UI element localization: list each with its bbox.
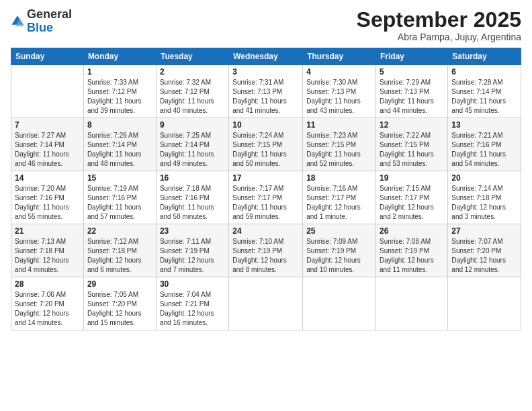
day-number: 27 (451, 226, 517, 236)
day-info: Sunrise: 7:15 AMSunset: 7:17 PMDaylight:… (380, 184, 444, 222)
table-row: 22Sunrise: 7:12 AMSunset: 7:18 PMDayligh… (83, 224, 156, 277)
calendar-week-1: 1Sunrise: 7:33 AMSunset: 7:12 PMDaylight… (11, 65, 521, 118)
page: General Blue September 2025 Abra Pampa, … (0, 0, 532, 411)
day-info: Sunrise: 7:13 AMSunset: 7:18 PMDaylight:… (15, 237, 80, 275)
day-number: 7 (15, 120, 80, 130)
table-row: 17Sunrise: 7:17 AMSunset: 7:17 PMDayligh… (229, 171, 303, 224)
day-number: 20 (451, 173, 517, 183)
day-number: 14 (15, 173, 80, 183)
table-row: 21Sunrise: 7:13 AMSunset: 7:18 PMDayligh… (11, 224, 84, 277)
table-row: 28Sunrise: 7:06 AMSunset: 7:20 PMDayligh… (11, 277, 84, 330)
day-info: Sunrise: 7:14 AMSunset: 7:18 PMDaylight:… (451, 184, 517, 222)
day-number: 6 (451, 67, 517, 77)
table-row: 20Sunrise: 7:14 AMSunset: 7:18 PMDayligh… (448, 171, 521, 224)
day-info: Sunrise: 7:06 AMSunset: 7:20 PMDaylight:… (15, 290, 80, 328)
day-info: Sunrise: 7:12 AMSunset: 7:18 PMDaylight:… (87, 237, 152, 275)
day-info: Sunrise: 7:29 AMSunset: 7:13 PMDaylight:… (380, 78, 444, 116)
table-row (303, 277, 376, 330)
day-info: Sunrise: 7:17 AMSunset: 7:17 PMDaylight:… (232, 184, 299, 222)
day-number: 24 (232, 226, 299, 236)
table-row: 26Sunrise: 7:08 AMSunset: 7:19 PMDayligh… (376, 224, 448, 277)
day-info: Sunrise: 7:32 AMSunset: 7:12 PMDaylight:… (160, 78, 225, 116)
table-row: 30Sunrise: 7:04 AMSunset: 7:21 PMDayligh… (156, 277, 228, 330)
day-number: 15 (87, 173, 152, 183)
table-row: 9Sunrise: 7:25 AMSunset: 7:14 PMDaylight… (156, 118, 228, 171)
day-info: Sunrise: 7:05 AMSunset: 7:20 PMDaylight:… (87, 290, 152, 328)
month-title: September 2025 (357, 8, 521, 32)
day-number: 8 (87, 120, 152, 130)
logo-general: General (27, 7, 72, 21)
day-number: 25 (306, 226, 372, 236)
header: General Blue September 2025 Abra Pampa, … (11, 8, 521, 42)
table-row (376, 277, 448, 330)
day-info: Sunrise: 7:26 AMSunset: 7:14 PMDaylight:… (87, 131, 152, 169)
day-info: Sunrise: 7:07 AMSunset: 7:20 PMDaylight:… (451, 237, 517, 275)
table-row: 15Sunrise: 7:19 AMSunset: 7:16 PMDayligh… (83, 171, 156, 224)
day-number: 28 (15, 279, 80, 289)
header-saturday: Saturday (448, 48, 521, 65)
location-subtitle: Abra Pampa, Jujuy, Argentina (357, 32, 521, 42)
header-sunday: Sunday (11, 48, 84, 65)
day-info: Sunrise: 7:30 AMSunset: 7:13 PMDaylight:… (306, 78, 372, 116)
day-number: 13 (451, 120, 517, 130)
header-monday: Monday (83, 48, 156, 65)
day-info: Sunrise: 7:27 AMSunset: 7:14 PMDaylight:… (15, 131, 80, 169)
table-row (11, 65, 84, 118)
day-number: 19 (380, 173, 444, 183)
table-row: 19Sunrise: 7:15 AMSunset: 7:17 PMDayligh… (376, 171, 448, 224)
day-number: 5 (380, 67, 444, 77)
day-info: Sunrise: 7:20 AMSunset: 7:16 PMDaylight:… (15, 184, 80, 222)
table-row: 3Sunrise: 7:31 AMSunset: 7:13 PMDaylight… (229, 65, 303, 118)
day-info: Sunrise: 7:19 AMSunset: 7:16 PMDaylight:… (87, 184, 152, 222)
calendar-week-2: 7Sunrise: 7:27 AMSunset: 7:14 PMDaylight… (11, 118, 521, 171)
table-row: 14Sunrise: 7:20 AMSunset: 7:16 PMDayligh… (11, 171, 84, 224)
day-info: Sunrise: 7:31 AMSunset: 7:13 PMDaylight:… (232, 78, 299, 116)
header-thursday: Thursday (303, 48, 376, 65)
day-number: 22 (87, 226, 152, 236)
table-row: 23Sunrise: 7:11 AMSunset: 7:19 PMDayligh… (156, 224, 228, 277)
table-row: 29Sunrise: 7:05 AMSunset: 7:20 PMDayligh… (83, 277, 156, 330)
table-row: 7Sunrise: 7:27 AMSunset: 7:14 PMDaylight… (11, 118, 84, 171)
table-row: 24Sunrise: 7:10 AMSunset: 7:19 PMDayligh… (229, 224, 303, 277)
day-number: 12 (380, 120, 444, 130)
table-row: 11Sunrise: 7:23 AMSunset: 7:15 PMDayligh… (303, 118, 376, 171)
table-row: 2Sunrise: 7:32 AMSunset: 7:12 PMDaylight… (156, 65, 228, 118)
day-info: Sunrise: 7:28 AMSunset: 7:14 PMDaylight:… (451, 78, 517, 116)
table-row: 4Sunrise: 7:30 AMSunset: 7:13 PMDaylight… (303, 65, 376, 118)
day-info: Sunrise: 7:10 AMSunset: 7:19 PMDaylight:… (232, 237, 299, 275)
table-row (229, 277, 303, 330)
day-number: 26 (380, 226, 444, 236)
header-tuesday: Tuesday (156, 48, 228, 65)
day-number: 30 (160, 279, 225, 289)
calendar-table: Sunday Monday Tuesday Wednesday Thursday… (11, 48, 521, 330)
table-row: 25Sunrise: 7:09 AMSunset: 7:19 PMDayligh… (303, 224, 376, 277)
day-info: Sunrise: 7:24 AMSunset: 7:15 PMDaylight:… (232, 131, 299, 169)
calendar-week-3: 14Sunrise: 7:20 AMSunset: 7:16 PMDayligh… (11, 171, 521, 224)
day-info: Sunrise: 7:08 AMSunset: 7:19 PMDaylight:… (380, 237, 444, 275)
day-number: 1 (87, 67, 152, 77)
table-row: 16Sunrise: 7:18 AMSunset: 7:16 PMDayligh… (156, 171, 228, 224)
calendar-week-5: 28Sunrise: 7:06 AMSunset: 7:20 PMDayligh… (11, 277, 521, 330)
day-number: 3 (232, 67, 299, 77)
calendar-week-4: 21Sunrise: 7:13 AMSunset: 7:18 PMDayligh… (11, 224, 521, 277)
table-row: 5Sunrise: 7:29 AMSunset: 7:13 PMDaylight… (376, 65, 448, 118)
logo-text: General Blue (27, 8, 72, 35)
day-info: Sunrise: 7:16 AMSunset: 7:17 PMDaylight:… (306, 184, 372, 222)
calendar-header-row: Sunday Monday Tuesday Wednesday Thursday… (11, 48, 521, 65)
table-row: 13Sunrise: 7:21 AMSunset: 7:16 PMDayligh… (448, 118, 521, 171)
table-row: 12Sunrise: 7:22 AMSunset: 7:15 PMDayligh… (376, 118, 448, 171)
day-info: Sunrise: 7:23 AMSunset: 7:15 PMDaylight:… (306, 131, 372, 169)
header-friday: Friday (376, 48, 448, 65)
day-number: 21 (15, 226, 80, 236)
day-number: 29 (87, 279, 152, 289)
day-info: Sunrise: 7:09 AMSunset: 7:19 PMDaylight:… (306, 237, 372, 275)
day-info: Sunrise: 7:25 AMSunset: 7:14 PMDaylight:… (160, 131, 225, 169)
day-number: 11 (306, 120, 372, 130)
day-number: 9 (160, 120, 225, 130)
header-wednesday: Wednesday (229, 48, 303, 65)
day-number: 17 (232, 173, 299, 183)
logo-icon (11, 15, 24, 28)
table-row (448, 277, 521, 330)
day-number: 2 (160, 67, 225, 77)
day-number: 4 (306, 67, 372, 77)
